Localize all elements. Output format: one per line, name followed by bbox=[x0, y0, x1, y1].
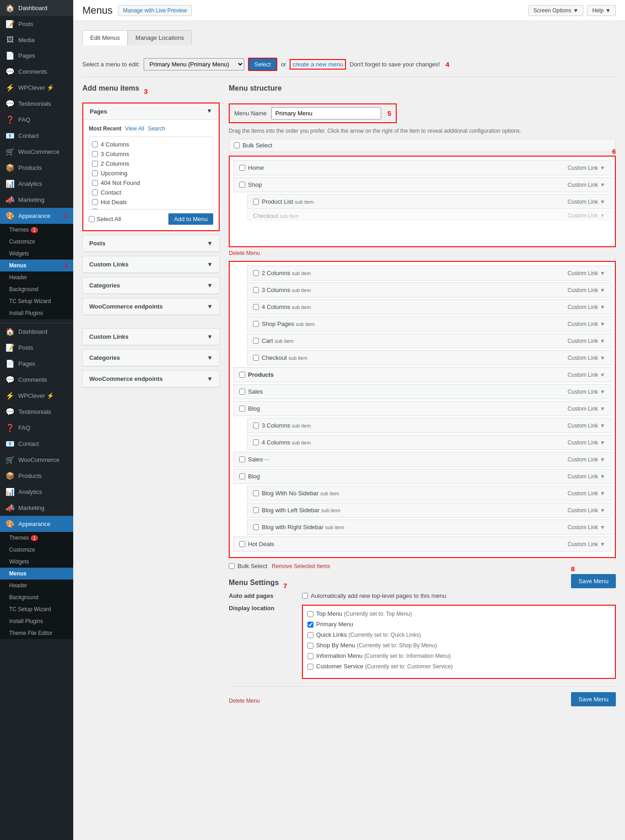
menu-item-products-checkbox[interactable] bbox=[239, 372, 245, 378]
page-checkbox-4columns[interactable] bbox=[92, 141, 98, 147]
create-new-menu-link[interactable]: create a new menu bbox=[290, 59, 346, 70]
menu-item-home-checkbox[interactable] bbox=[239, 165, 245, 171]
sidebar-item2-comments[interactable]: 💬Comments bbox=[0, 372, 73, 388]
location-customer-service-checkbox[interactable] bbox=[307, 664, 313, 670]
custom-links-accordion-header[interactable]: Custom Links ▼ bbox=[83, 256, 219, 273]
menu-item-4col[interactable]: 4 Columns sub item Custom Link▼ bbox=[247, 299, 611, 314]
sidebar-item-background[interactable]: Background bbox=[0, 283, 73, 295]
menu-item-cart[interactable]: Cart sub item Custom Link▼ bbox=[247, 333, 611, 348]
page-checkbox-404[interactable] bbox=[92, 180, 98, 186]
menu-item-sales-checkbox[interactable] bbox=[239, 389, 245, 395]
bulk-select-checkbox-bottom[interactable] bbox=[229, 563, 235, 569]
sidebar-item2-header[interactable]: Header bbox=[0, 580, 73, 591]
location-quick-links-label[interactable]: Quick Links (Currently set to: Quick Lin… bbox=[316, 631, 421, 638]
sidebar-item-contact[interactable]: 📧Contact bbox=[0, 128, 73, 144]
menu-item-3col-blog-checkbox[interactable] bbox=[253, 423, 259, 428]
tab-view-all[interactable]: View All bbox=[125, 125, 144, 132]
location-top-menu-label[interactable]: Top Menu (Currently set to: Top Menu) bbox=[316, 610, 412, 617]
menu-item-4col-blog[interactable]: 4 Columns sub item Custom Link▼ bbox=[247, 435, 611, 450]
location-primary-menu-label[interactable]: Primary Menu bbox=[316, 621, 353, 628]
menu-item-sales2[interactable]: Sales~~ Custom Link▼ bbox=[233, 452, 611, 467]
sidebar-item2-background[interactable]: Background bbox=[0, 591, 73, 603]
menu-item-sales[interactable]: Sales Custom Link▼ bbox=[233, 384, 611, 399]
location-customer-service-label[interactable]: Customer Service (Currently set to: Cust… bbox=[316, 663, 453, 670]
sidebar-item2-wpclever[interactable]: ⚡WPClever ⚡ bbox=[0, 388, 73, 404]
sidebar-item-header[interactable]: Header bbox=[0, 271, 73, 283]
sidebar-item-widgets[interactable]: Widgets bbox=[0, 248, 73, 260]
tab-edit-menus[interactable]: Edit Menus bbox=[82, 30, 128, 45]
tab-manage-locations[interactable]: Manage Locations bbox=[128, 30, 192, 45]
sidebar-item2-customize[interactable]: Customize bbox=[0, 544, 73, 556]
sidebar-item2-widgets[interactable]: Widgets bbox=[0, 556, 73, 568]
sidebar-item2-tc-setup[interactable]: TC Setup Wizard bbox=[0, 603, 73, 615]
sidebar-item2-testimonials[interactable]: 💬Testimonials bbox=[0, 404, 73, 420]
sidebar-item2-dashboard[interactable]: 🏠Dashboard bbox=[0, 324, 73, 340]
menu-item-checkout-checkbox[interactable] bbox=[253, 355, 259, 361]
sidebar-item-marketing[interactable]: 📣Marketing bbox=[0, 192, 73, 208]
menu-item-shop-pages[interactable]: Shop Pages sub item Custom Link▼ bbox=[247, 316, 611, 331]
sidebar-item2-appearance[interactable]: 🎨Appearance bbox=[0, 516, 73, 532]
menu-item-3col-checkbox[interactable] bbox=[253, 287, 259, 293]
sidebar-item-comments[interactable]: 💬Comments bbox=[0, 64, 73, 80]
sidebar-item2-products[interactable]: 📦Products bbox=[0, 468, 73, 484]
add-to-menu-btn[interactable]: Add to Menu bbox=[168, 213, 213, 225]
sidebar-item-products[interactable]: 📦Products bbox=[0, 160, 73, 176]
menu-name-input[interactable]: Primary Menu bbox=[271, 107, 381, 119]
delete-menu-link-bottom[interactable]: Delete Menu bbox=[229, 698, 260, 704]
categories-accordion-header[interactable]: Categories ▼ bbox=[83, 277, 219, 294]
menu-item-blog-checkbox[interactable] bbox=[239, 406, 245, 412]
location-primary-menu-checkbox[interactable] bbox=[307, 622, 313, 628]
menu-item-blog-no-sidebar-checkbox[interactable] bbox=[253, 490, 259, 496]
select-all-checkbox[interactable] bbox=[89, 216, 95, 222]
bulk-select-checkbox-top[interactable] bbox=[234, 142, 240, 148]
menu-item-blog-left-sidebar-checkbox[interactable] bbox=[253, 507, 259, 513]
sidebar-item2-contact[interactable]: 📧Contact bbox=[0, 436, 73, 452]
sidebar-item-faq[interactable]: ❓FAQ bbox=[0, 112, 73, 128]
menu-item-3col[interactable]: 3 Columns sub item Custom Link▼ bbox=[247, 282, 611, 298]
sidebar-item-posts[interactable]: 📝Posts bbox=[0, 16, 73, 32]
auto-add-checkbox[interactable] bbox=[302, 593, 308, 599]
help-btn[interactable]: Help ▼ bbox=[587, 5, 616, 16]
sidebar-item-tc-setup[interactable]: TC Setup Wizard bbox=[0, 295, 73, 307]
select-all-label[interactable]: Select All bbox=[89, 216, 121, 222]
page-checkbox-sales[interactable] bbox=[92, 209, 98, 210]
menu-item-sales2-checkbox[interactable] bbox=[239, 456, 245, 462]
menu-item-shop[interactable]: Shop Custom Link▼ bbox=[233, 177, 611, 192]
menu-item-2col-checkbox[interactable] bbox=[253, 270, 259, 276]
pages-accordion-header[interactable]: Pages ▲ bbox=[83, 103, 219, 120]
menu-item-blog-right-sidebar[interactable]: Blog with Right Sidebar sub item Custom … bbox=[247, 520, 611, 535]
sidebar-item-pages[interactable]: 📄Pages bbox=[0, 48, 73, 64]
sidebar-item-analytics[interactable]: 📊Analytics bbox=[0, 176, 73, 192]
menu-item-hot-deals[interactable]: Hot Deals Custom Link▼ bbox=[233, 537, 611, 552]
menu-item-partial[interactable]: Checkout sub item Custom Link▼ bbox=[247, 211, 611, 220]
page-checkbox-3columns[interactable] bbox=[92, 151, 98, 157]
select-menu-dropdown[interactable]: Primary Menu (Primary Menu) bbox=[144, 58, 244, 70]
posts-accordion-header[interactable]: Posts ▼ bbox=[83, 235, 219, 252]
location-shop-by-menu-checkbox[interactable] bbox=[307, 643, 313, 649]
sidebar-item-menus[interactable]: Menus2 bbox=[0, 260, 73, 271]
sidebar-item2-themes[interactable]: Themes1 bbox=[0, 532, 73, 544]
sidebar-item2-install-plugins[interactable]: Install Plugins bbox=[0, 615, 73, 627]
sidebar-item2-marketing[interactable]: 📣Marketing bbox=[0, 500, 73, 516]
sidebar-item2-theme-file-editor[interactable]: Theme File Editor bbox=[0, 627, 73, 639]
save-menu-btn-bottom[interactable]: Save Menu bbox=[571, 692, 616, 706]
manage-live-preview-btn[interactable]: Manage with Live Preview bbox=[118, 5, 192, 16]
sidebar-item-testimonials[interactable]: 💬Testimonials bbox=[0, 96, 73, 112]
page-checkbox-contact[interactable] bbox=[92, 190, 98, 195]
menu-item-product-list-checkbox[interactable] bbox=[253, 199, 259, 205]
sidebar-item-media[interactable]: 🖼Media bbox=[0, 32, 73, 48]
delete-menu-link-top[interactable]: Delete Menu bbox=[229, 250, 616, 256]
menu-item-hot-deals-checkbox[interactable] bbox=[239, 541, 245, 547]
select-btn[interactable]: Select bbox=[248, 58, 277, 71]
location-quick-links-checkbox[interactable] bbox=[307, 632, 313, 638]
location-information-menu-checkbox[interactable] bbox=[307, 653, 313, 659]
sidebar-item2-woocommerce[interactable]: 🛒WooCommerce bbox=[0, 452, 73, 468]
sidebar-item-dashboard[interactable]: 🏠Dashboard bbox=[0, 0, 73, 16]
menu-item-blog2-checkbox[interactable] bbox=[239, 473, 245, 479]
auto-add-label-row[interactable]: Automatically add new top-level pages to… bbox=[302, 592, 616, 599]
menu-item-shop-checkbox[interactable] bbox=[239, 182, 245, 188]
tab-search[interactable]: Search bbox=[148, 125, 165, 132]
menu-item-3col-blog[interactable]: 3 Columns sub item Custom Link▼ bbox=[247, 418, 611, 433]
page-checkbox-upcoming[interactable] bbox=[92, 170, 98, 176]
sidebar-item-wpclever[interactable]: ⚡WPClever ⚡ bbox=[0, 80, 73, 96]
